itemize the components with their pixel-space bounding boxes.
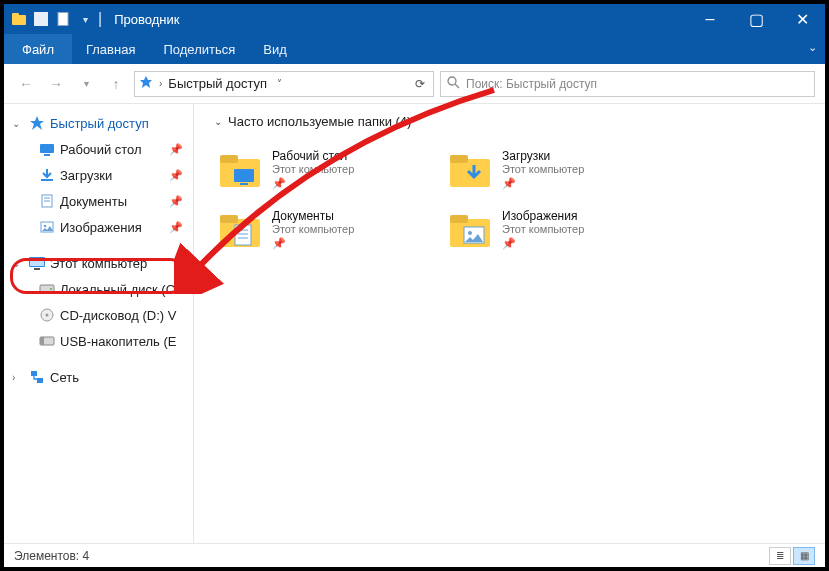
svg-rect-2 [34, 12, 48, 26]
svg-point-42 [468, 231, 472, 235]
sidebar-this-pc[interactable]: ⌄ Этот компьютер [4, 250, 193, 276]
folder-item[interactable]: ДокументыЭтот компьютер📌 [214, 199, 444, 259]
address-row: ← → ▾ ↑ › Быстрый доступ ˅ ⟳ Поиск: Быст… [4, 64, 825, 104]
sidebar-item-documents[interactable]: Документы 📌 [4, 188, 193, 214]
star-icon [28, 114, 46, 132]
folder-icon [218, 207, 262, 251]
svg-marker-4 [140, 76, 152, 88]
ribbon-tab-view[interactable]: Вид [249, 34, 301, 64]
sidebar-item-pictures[interactable]: Изображения 📌 [4, 214, 193, 240]
folder-name: Изображения [502, 209, 584, 223]
file-tab[interactable]: Файл [4, 34, 72, 64]
sidebar-item-desktop[interactable]: Рабочий стол 📌 [4, 136, 193, 162]
svg-point-22 [46, 314, 49, 317]
address-text: Быстрый доступ [168, 76, 267, 91]
svg-rect-10 [41, 179, 53, 181]
hdd-icon [38, 280, 56, 298]
ribbon-tab-share[interactable]: Поделиться [149, 34, 249, 64]
sidebar-item-label: Рабочий стол [60, 142, 142, 157]
search-placeholder: Поиск: Быстрый доступ [466, 77, 597, 91]
svg-rect-17 [30, 258, 44, 266]
qat-doc-icon[interactable] [54, 10, 72, 28]
pin-icon: 📌 [502, 177, 584, 190]
pin-icon: 📌 [169, 221, 183, 234]
sidebar-item-label: Загрузки [60, 168, 112, 183]
svg-point-15 [44, 225, 47, 228]
window-title: Проводник [114, 12, 179, 27]
computer-icon [28, 254, 46, 272]
search-box[interactable]: Поиск: Быстрый доступ [440, 71, 815, 97]
address-bar[interactable]: › Быстрый доступ ˅ ⟳ [134, 71, 434, 97]
folder-name: Загрузки [502, 149, 584, 163]
folder-sub: Этот компьютер [272, 223, 354, 235]
sidebar-item-usb-drive[interactable]: USB-накопитель (E [4, 328, 193, 354]
sidebar-item-label: Сеть [50, 370, 79, 385]
minimize-button[interactable]: – [687, 4, 733, 34]
svg-rect-29 [234, 169, 254, 182]
chevron-down-icon[interactable]: ⌄ [12, 118, 24, 129]
breadcrumb-sep-icon: › [159, 78, 162, 89]
close-button[interactable]: ✕ [779, 4, 825, 34]
chevron-right-icon[interactable]: › [12, 372, 24, 383]
cd-icon [38, 306, 56, 324]
ribbon-expand-icon[interactable]: ⌄ [808, 41, 817, 54]
sidebar-quick-access[interactable]: ⌄ Быстрый доступ [4, 110, 193, 136]
pin-icon: 📌 [272, 177, 354, 190]
sidebar-item-label: Локальный диск (C [60, 282, 175, 297]
sidebar-item-label: USB-накопитель (E [60, 334, 176, 349]
folder-icon [448, 147, 492, 191]
quick-access-star-icon [139, 75, 153, 93]
network-icon [28, 368, 46, 386]
svg-point-5 [448, 77, 456, 85]
chevron-down-icon[interactable]: ⌄ [12, 258, 24, 269]
sidebar-network[interactable]: › Сеть [4, 364, 193, 390]
sidebar-item-cd-drive[interactable]: CD-дисковод (D:) V [4, 302, 193, 328]
svg-rect-3 [58, 13, 68, 26]
svg-point-20 [50, 288, 52, 290]
pin-icon: 📌 [272, 237, 354, 250]
pictures-icon [38, 218, 56, 236]
section-frequent-folders[interactable]: ⌄ Часто используемые папки (4) [214, 114, 805, 129]
content-pane: ⌄ Часто используемые папки (4) Рабочий с… [194, 104, 825, 543]
view-details-button[interactable]: ≣ [769, 547, 791, 565]
title-bar: ▾ | Проводник – ▢ ✕ [4, 4, 825, 34]
folder-sub: Этот компьютер [272, 163, 354, 175]
explorer-icon [10, 10, 28, 28]
view-icons-button[interactable]: ▦ [793, 547, 815, 565]
folder-name: Документы [272, 209, 354, 223]
pin-icon: 📌 [169, 143, 183, 156]
address-dropdown-icon[interactable]: ˅ [273, 78, 286, 89]
ribbon-tab-home[interactable]: Главная [72, 34, 149, 64]
folder-icon [218, 147, 262, 191]
folder-sub: Этот компьютер [502, 223, 584, 235]
svg-rect-30 [240, 183, 248, 185]
folder-item[interactable]: Рабочий столЭтот компьютер📌 [214, 139, 444, 199]
sidebar-item-downloads[interactable]: Загрузки 📌 [4, 162, 193, 188]
sidebar-item-label: CD-дисковод (D:) V [60, 308, 176, 323]
qat-dropdown-icon[interactable]: ▾ [76, 10, 94, 28]
folder-name: Рабочий стол [272, 149, 354, 163]
maximize-button[interactable]: ▢ [733, 4, 779, 34]
sidebar-item-label: Документы [60, 194, 127, 209]
refresh-button[interactable]: ⟳ [411, 77, 429, 91]
sidebar-item-local-disk[interactable]: Локальный диск (C [4, 276, 193, 302]
qat-save-icon[interactable] [32, 10, 50, 28]
pin-icon: 📌 [169, 195, 183, 208]
svg-rect-32 [450, 155, 468, 163]
svg-rect-34 [220, 215, 238, 223]
nav-up-button[interactable]: ↑ [104, 72, 128, 96]
nav-back-button[interactable]: ← [14, 72, 38, 96]
nav-forward-button[interactable]: → [44, 72, 68, 96]
folder-item[interactable]: ЗагрузкиЭтот компьютер📌 [444, 139, 674, 199]
svg-rect-28 [220, 155, 238, 163]
folder-sub: Этот компьютер [502, 163, 584, 175]
svg-rect-8 [40, 144, 54, 153]
ribbon-tabs: Файл Главная Поделиться Вид ⌄ [4, 34, 825, 64]
search-icon [447, 76, 460, 92]
folder-item[interactable]: ИзображенияЭтот компьютер📌 [444, 199, 674, 259]
folder-icon [448, 207, 492, 251]
svg-rect-18 [34, 268, 40, 270]
status-bar: Элементов: 4 ≣ ▦ [4, 543, 825, 567]
pin-icon: 📌 [502, 237, 584, 250]
nav-history-dropdown[interactable]: ▾ [74, 72, 98, 96]
